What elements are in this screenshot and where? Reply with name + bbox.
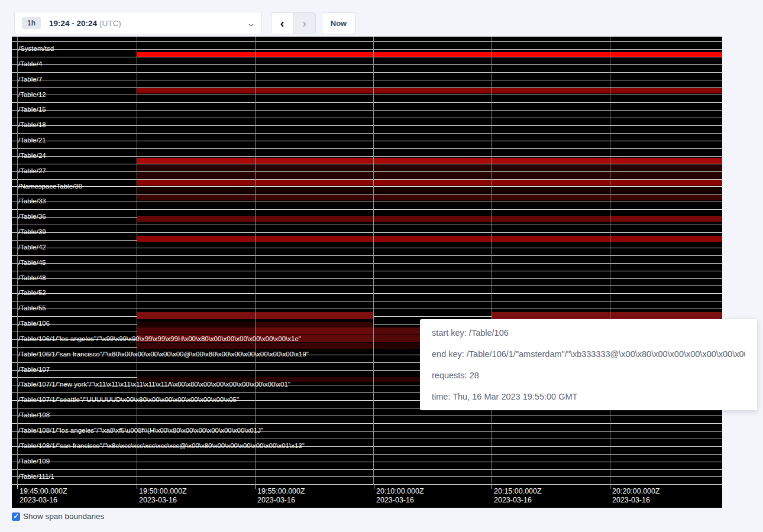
span-boundary-line [12, 141, 722, 141]
axis-tick-label: 19:50:00.000Z2023-03-16 [139, 487, 187, 505]
axis-tick-date: 2023-03-16 [494, 496, 542, 505]
span-boundaries-toggle: ✓ Show span boundaries [12, 512, 104, 521]
span-boundary-line [12, 102, 722, 103]
span-boundary-line [12, 293, 722, 294]
row-label: /Table/55 [18, 304, 46, 312]
row-label: /Table/107 [18, 366, 50, 374]
span-boundary-line [12, 454, 722, 455]
span-boundary-line [12, 462, 722, 462]
time-gridline [492, 37, 492, 485]
heat-band [137, 194, 722, 200]
row-label: /Table/7 [18, 76, 42, 83]
row-label: /Table/27 [18, 167, 46, 175]
row-label: /Table/21 [18, 137, 46, 144]
prev-range-button[interactable]: ‹ [271, 13, 293, 34]
heat-band [137, 88, 722, 93]
axis-tick-date: 2023-03-16 [612, 496, 660, 505]
row-label: /Table/36 [18, 213, 46, 220]
axis-tick-time: 19:55:00.000Z [257, 487, 305, 496]
heat-band [255, 327, 373, 335]
heat-band [137, 52, 722, 57]
axis-tick-date: 2023-03-16 [20, 496, 67, 505]
axis-tick [137, 485, 137, 489]
axis-tick-date: 2023-03-16 [139, 496, 187, 505]
time-gridline [610, 37, 610, 485]
span-boundary-line [12, 248, 722, 248]
heat-band [137, 327, 255, 335]
row-label: /Table/39 [18, 228, 46, 236]
row-label: /Table/12 [18, 91, 46, 99]
span-boundary-line [12, 232, 722, 233]
span-boundary-line [12, 469, 722, 470]
row-label: /Table/52 [18, 289, 46, 297]
row-label: /Table/106/1/"los angeles"/"\x99\x99\x99… [18, 335, 301, 343]
axis-tick [17, 485, 18, 489]
axis-tick-label: 19:45:00.000Z2023-03-16 [20, 487, 67, 505]
row-label: /Table/107/1/"new york"/"\x11\x11\x11\x1… [18, 381, 290, 388]
heat-band [137, 180, 722, 186]
heat-band [137, 236, 722, 242]
row-label: /Table/18 [18, 121, 46, 129]
chevron-down-icon: ⌄ [247, 19, 256, 28]
show-span-boundaries-checkbox[interactable]: ✓ [12, 512, 20, 521]
span-boundary-line [12, 271, 722, 271]
span-boundary-line [12, 476, 722, 477]
row-label: /Table/4 [18, 60, 42, 68]
axis-tick-date: 2023-03-16 [257, 496, 305, 505]
time-range-value: 19:24 - 20:24 [49, 19, 97, 28]
tooltip-requests: requests: 28 [432, 371, 745, 380]
row-label: /Table/108/1/"los angeles"/"\xa8\xf5\u00… [18, 427, 263, 434]
span-boundary-line [12, 439, 722, 439]
time-axis: 19:45:00.000Z2023-03-1619:50:00.000Z2023… [12, 485, 722, 508]
axis-tick-time: 19:45:00.000Z [20, 487, 67, 496]
row-label: /Table/42 [18, 244, 46, 251]
row-label: /Table/107/1/"seattle"/"UUUUUUD\x00\x80\… [18, 396, 239, 404]
time-gridline [17, 37, 18, 485]
axis-tick-time: 20:20:00.000Z [612, 487, 660, 496]
row-label: /Table/106/1/"san francisco"/"\x80\x00\x… [18, 351, 309, 358]
row-label: /Table/108/1/"san francisco"/"\x8c\xcc\x… [18, 442, 305, 450]
axis-tick-label: 20:10:00.000Z2023-03-16 [376, 487, 424, 505]
time-nav-group: ‹ › [271, 12, 316, 34]
axis-tick-label: 19:55:00.000Z2023-03-16 [257, 487, 305, 505]
show-span-boundaries-label: Show span boundaries [23, 512, 104, 521]
span-boundary-line [12, 118, 722, 118]
axis-tick [610, 485, 610, 489]
chevron-right-icon: › [302, 17, 306, 30]
span-boundary-line [12, 64, 722, 65]
span-boundary-line [12, 209, 722, 210]
axis-tick-time: 20:10:00.000Z [376, 487, 424, 496]
span-boundary-line [12, 278, 722, 279]
span-boundary-line [12, 148, 722, 149]
span-boundary-line [12, 49, 722, 50]
span-boundary-line [12, 80, 722, 80]
span-boundary-line [12, 72, 722, 73]
axis-tick-time: 19:50:00.000Z [139, 487, 187, 496]
span-boundary-line [12, 156, 722, 157]
heat-band [137, 165, 722, 171]
heat-band [610, 216, 722, 222]
heat-band [492, 312, 722, 319]
heatmap-tooltip: start key: /Table/106 end key: /Table/10… [420, 319, 757, 410]
next-range-button[interactable]: › [293, 13, 315, 34]
now-button[interactable]: Now [322, 12, 355, 34]
row-label: /Table/106 [18, 320, 50, 327]
key-visualizer-heatmap[interactable]: /System/tsd/Table/4/Table/7/Table/12/Tab… [12, 37, 722, 485]
span-boundary-line [12, 301, 722, 301]
axis-tick [255, 485, 256, 489]
span-boundary-line [12, 309, 722, 309]
row-label: /Table/48 [18, 274, 46, 282]
heat-band [255, 322, 373, 327]
span-boundary-line [12, 423, 722, 424]
span-boundary-line [12, 110, 722, 111]
heat-band [137, 187, 722, 193]
tooltip-start-key: start key: /Table/106 [432, 328, 745, 338]
time-range-dropdown[interactable]: 1h 19:24 - 20:24 (UTC) ⌄ [14, 12, 262, 34]
row-label: /Table/33 [18, 197, 46, 205]
span-boundary-line [12, 255, 722, 256]
row-label: /Table/24 [18, 152, 46, 160]
span-boundary-line [12, 225, 722, 225]
time-gridline [137, 37, 137, 485]
span-boundary-line [12, 41, 722, 42]
axis-tick [492, 485, 492, 489]
